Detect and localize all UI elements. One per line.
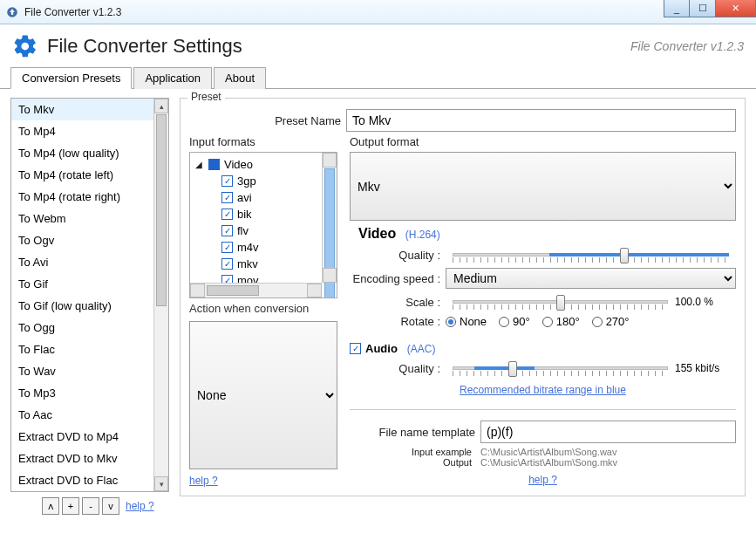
rotate-180-radio[interactable]: 180° — [542, 315, 580, 328]
audio-section-label: Audio — [365, 342, 398, 355]
video-quality-label: Quality : — [350, 249, 446, 262]
format-item-avi[interactable]: avi — [192, 189, 320, 206]
filename-template-label: File name template — [350, 426, 480, 439]
format-checkbox[interactable] — [221, 175, 233, 187]
preset-remove-button[interactable]: - — [82, 497, 99, 515]
scroll-thumb[interactable] — [207, 285, 259, 296]
scroll-down-arrow[interactable]: ▾ — [154, 476, 168, 491]
input-formats-label: Input formats — [189, 135, 337, 148]
scale-slider[interactable] — [453, 292, 668, 311]
gear-icon — [12, 33, 38, 59]
format-checkbox[interactable] — [221, 209, 233, 220]
window-minimize-button[interactable]: _ — [664, 0, 690, 17]
window-title: File Converter v1.2.3 — [24, 6, 121, 18]
preset-help-link[interactable]: help ? — [126, 500, 154, 512]
format-checkbox[interactable] — [221, 275, 233, 283]
preset-list-item[interactable]: To Ogg — [11, 317, 168, 339]
preset-name-input[interactable] — [346, 109, 736, 132]
output-example-value: C:\Music\Artist\Album\Song.mkv — [480, 457, 617, 468]
format-label: flv — [237, 224, 249, 237]
video-section-label: Video — [358, 226, 396, 241]
preset-list-item[interactable]: To Mp3 — [11, 382, 168, 404]
encoding-speed-select[interactable]: Medium — [446, 268, 736, 289]
action-label: Action when conversion — [189, 302, 337, 315]
preset-list-item[interactable]: To Wav — [11, 360, 168, 382]
scroll-up-arrow[interactable]: ▴ — [154, 99, 168, 113]
preset-add-button[interactable]: + — [62, 497, 79, 515]
window-close-button[interactable]: ✕ — [716, 0, 756, 17]
format-item-3gp[interactable]: 3gp — [192, 173, 320, 189]
tree-node-video[interactable]: ◢ Video — [192, 156, 320, 173]
format-label: mkv — [237, 257, 258, 270]
output-format-select[interactable]: Mkv — [350, 152, 736, 221]
preset-list-item[interactable]: Extract DVD to Mp4 — [11, 426, 168, 448]
scroll-thumb[interactable] — [156, 114, 167, 306]
format-checkbox[interactable] — [221, 258, 233, 270]
preset-list-item[interactable]: To Mp4 (rotate right) — [11, 186, 168, 208]
tree-collapse-icon[interactable]: ◢ — [195, 160, 204, 169]
tab-application[interactable]: Application — [133, 67, 212, 89]
tab-conversion-presets[interactable]: Conversion Presets — [10, 67, 132, 89]
format-item-bik[interactable]: bik — [192, 206, 320, 222]
formats-hscrollbar[interactable] — [190, 283, 322, 298]
scale-label: Scale : — [350, 296, 446, 309]
formats-vscrollbar[interactable] — [322, 153, 337, 283]
preset-list-item[interactable]: To Webm — [11, 208, 168, 229]
action-help-link[interactable]: help ? — [189, 475, 218, 487]
input-example-value: C:\Music\Artist\Album\Song.wav — [480, 447, 617, 457]
preset-list-footer: ʌ + - v help ? — [10, 492, 169, 515]
rotate-label: Rotate : — [350, 315, 446, 328]
format-item-mkv[interactable]: mkv — [192, 256, 320, 272]
preset-list-item[interactable]: Extract DVD to Mkv — [11, 448, 168, 469]
preset-list-scrollbar[interactable]: ▴ ▾ — [153, 99, 168, 491]
template-help-link[interactable]: help ? — [528, 474, 557, 486]
format-item-flv[interactable]: flv — [192, 222, 320, 239]
format-label: m4v — [237, 241, 259, 254]
tab-about[interactable]: About — [214, 67, 266, 89]
preset-move-up-button[interactable]: ʌ — [42, 497, 59, 515]
preset-list-item[interactable]: To Mp4 — [11, 120, 168, 142]
rotate-none-radio[interactable]: None — [446, 315, 487, 328]
preset-list-item[interactable]: To Mkv — [11, 99, 168, 120]
preset-list-item[interactable]: To Mp4 (low quality) — [11, 142, 168, 164]
preset-list-item[interactable]: To Mp4 (rotate left) — [11, 164, 168, 186]
scroll-down-arrow[interactable] — [323, 268, 337, 283]
filename-template-input[interactable] — [480, 421, 736, 443]
format-label: bik — [237, 208, 252, 221]
tabstrip: Conversion Presets Application About — [0, 66, 756, 89]
audio-enabled-checkbox[interactable] — [350, 343, 361, 354]
input-example-label: Input example — [350, 447, 480, 457]
page-header: File Converter Settings File Converter v… — [0, 24, 756, 66]
window-titlebar: File Converter v1.2.3 _ ☐ ✕ — [0, 0, 756, 24]
preset-move-down-button[interactable]: v — [102, 497, 119, 515]
encoding-speed-label: Encoding speed : — [350, 272, 446, 285]
preset-list-item[interactable]: To Gif — [11, 273, 168, 295]
window-maximize-button[interactable]: ☐ — [690, 0, 716, 17]
input-formats-tree[interactable]: ◢ Video 3gpavibikflvm4vmkvmovmp4mpegogvv… — [189, 152, 337, 298]
preset-list-item[interactable]: Extract DVD to Flac — [11, 469, 168, 491]
rotate-90-radio[interactable]: 90° — [499, 315, 530, 328]
scroll-left-arrow[interactable] — [190, 284, 205, 298]
preset-list-item[interactable]: To Avi — [11, 251, 168, 273]
recommended-bitrate-link[interactable]: Recommended bitrate range in blue — [460, 384, 626, 396]
action-when-conversion-select[interactable]: None — [189, 321, 337, 469]
preset-listbox[interactable]: To MkvTo Mp4To Mp4 (low quality)To Mp4 (… — [10, 98, 169, 492]
format-checkbox[interactable] — [221, 242, 233, 253]
rotate-270-radio[interactable]: 270° — [592, 315, 630, 328]
preset-list-item[interactable]: To Aac — [11, 404, 168, 426]
scroll-up-arrow[interactable] — [323, 153, 337, 168]
scroll-right-arrow[interactable] — [307, 284, 322, 298]
video-checkbox[interactable] — [208, 159, 220, 170]
format-checkbox[interactable] — [221, 225, 233, 236]
preset-list-item[interactable]: To Ogv — [11, 229, 168, 251]
audio-quality-value: 155 kbit/s — [675, 362, 736, 374]
format-checkbox[interactable] — [221, 192, 233, 203]
output-format-label: Output format — [350, 135, 736, 148]
format-item-mov[interactable]: mov — [192, 272, 320, 283]
audio-quality-slider[interactable] — [453, 359, 668, 378]
preset-list-item[interactable]: To Gif (low quality) — [11, 295, 168, 317]
separator — [350, 409, 736, 410]
format-item-m4v[interactable]: m4v — [192, 239, 320, 256]
video-quality-slider[interactable] — [453, 245, 729, 264]
preset-list-item[interactable]: To Flac — [11, 339, 168, 360]
